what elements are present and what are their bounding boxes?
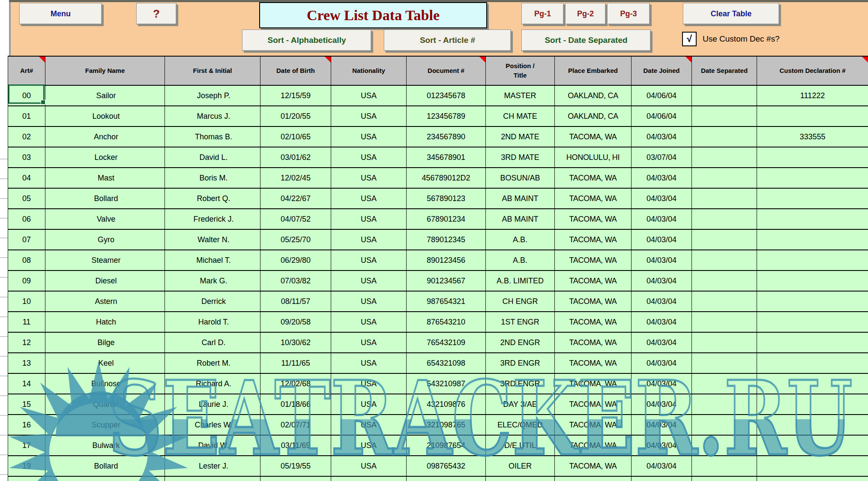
cell-family[interactable]: Gyro — [45, 229, 165, 250]
page-1-button[interactable]: Pg-1 — [521, 3, 564, 24]
cell-custom[interactable]: 333555 — [757, 126, 868, 147]
cell-first[interactable]: Carl D. — [165, 332, 260, 353]
cell-pos[interactable]: MASTER — [486, 85, 555, 106]
cell-first[interactable]: Boris M. — [165, 168, 260, 188]
cell-art[interactable]: 13 — [8, 353, 45, 373]
cell-custom[interactable] — [757, 332, 868, 353]
cell-sep[interactable] — [692, 188, 757, 209]
cell-place[interactable]: TACOMA, WA — [555, 126, 632, 147]
cell-dob[interactable]: 11/11/65 — [260, 353, 331, 373]
cell-dob[interactable]: 12/02/68 — [260, 373, 331, 394]
cell-pos[interactable]: A.B. — [486, 250, 555, 271]
cell-doc[interactable]: 456789012D2 — [407, 168, 486, 188]
cell-custom[interactable] — [757, 229, 868, 250]
cell-family[interactable]: Lookout — [45, 106, 165, 126]
cell-nat[interactable]: USA — [331, 209, 407, 229]
cell-pos[interactable]: ELEC/QMED — [486, 415, 555, 435]
cell-art[interactable]: 07 — [8, 229, 45, 250]
cell-custom[interactable] — [757, 415, 868, 435]
cell-sep[interactable] — [692, 332, 757, 353]
cell-joined[interactable]: 04/03/04 — [632, 229, 692, 250]
cell-art[interactable]: 00 — [8, 85, 45, 106]
cell-dob[interactable]: 07/03/82 — [260, 271, 331, 291]
cell-sep[interactable] — [692, 435, 757, 456]
cell-family[interactable]: Mast — [45, 168, 165, 188]
cell-family[interactable]: Quarter — [45, 394, 165, 415]
cell-first[interactable]: Joseph P. — [165, 85, 260, 106]
cell-art[interactable]: 14 — [8, 373, 45, 394]
cell-joined[interactable]: 04/03/04 — [632, 312, 692, 332]
cell-place[interactable]: TACOMA, WA — [555, 435, 632, 456]
cell-joined[interactable]: 04/03/04 — [632, 209, 692, 229]
cell-dob[interactable]: 04/22/67 — [260, 188, 331, 209]
cell-sep[interactable] — [692, 126, 757, 147]
cell-doc[interactable]: 987654321 — [407, 291, 486, 312]
cell-art[interactable]: 09 — [8, 271, 45, 291]
cell-family[interactable]: Astern — [45, 291, 165, 312]
cell-joined[interactable]: 04/03/04 — [632, 168, 692, 188]
cell-family[interactable]: Sailor — [45, 85, 165, 106]
cell-sep[interactable] — [692, 476, 757, 481]
column-header-nat[interactable]: Nationality — [331, 56, 407, 85]
cell-nat[interactable]: USA — [331, 353, 407, 373]
cell-place[interactable]: TACOMA, WA — [555, 271, 632, 291]
cell-place[interactable]: OAKLAND, CA — [555, 106, 632, 126]
page-3-button[interactable]: Pg-3 — [607, 3, 650, 24]
cell-art[interactable]: 02 — [8, 126, 45, 147]
cell-joined[interactable]: 04/03/04 — [632, 476, 692, 481]
cell-custom[interactable] — [757, 476, 868, 481]
cell-art[interactable]: 06 — [8, 209, 45, 229]
cell-first[interactable]: Laurie J. — [165, 394, 260, 415]
cell-first[interactable]: Harold T. — [165, 312, 260, 332]
cell-dob[interactable]: 04/07/52 — [260, 209, 331, 229]
cell-family[interactable]: Anchor — [45, 126, 165, 147]
cell-dob[interactable]: 05/19/55 — [260, 456, 331, 476]
cell-custom[interactable] — [757, 353, 868, 373]
cell-first[interactable]: Michael T. — [165, 250, 260, 271]
cell-pos[interactable]: BOSUN/AB — [486, 168, 555, 188]
cell-sep[interactable] — [692, 291, 757, 312]
cell-dob[interactable]: 06/29/80 — [260, 250, 331, 271]
cell-art[interactable]: 03 — [8, 147, 45, 168]
cell-sep[interactable] — [692, 415, 757, 435]
cell-joined[interactable]: 04/03/04 — [632, 126, 692, 147]
cell-first[interactable]: Marcus J. — [165, 106, 260, 126]
cell-joined[interactable]: 03/07/04 — [632, 147, 692, 168]
cell-sep[interactable] — [692, 168, 757, 188]
cell-dob[interactable]: 09/20/58 — [260, 312, 331, 332]
cell-first[interactable]: David L. — [165, 147, 260, 168]
cell-first[interactable]: Frederick J. — [165, 209, 260, 229]
sort-article-button[interactable]: Sort - Article # — [384, 30, 511, 51]
cell-pos[interactable]: 3RD ENGR — [486, 353, 555, 373]
cell-doc[interactable]: 567890123 — [407, 188, 486, 209]
cell-custom[interactable] — [757, 106, 868, 126]
column-header-joined[interactable]: Date Joined — [632, 56, 692, 85]
cell-custom[interactable] — [757, 271, 868, 291]
cell-family[interactable]: Valve — [45, 209, 165, 229]
cell-place[interactable]: TACOMA, WA — [555, 456, 632, 476]
cell-family[interactable]: Locker — [45, 147, 165, 168]
cell-dob[interactable]: 05/25/70 — [260, 229, 331, 250]
cell-joined[interactable]: 04/03/04 — [632, 456, 692, 476]
cell-pos[interactable]: AB MAINT — [486, 188, 555, 209]
cell-family[interactable]: Bilge — [45, 332, 165, 353]
cell-nat[interactable]: USA — [331, 373, 407, 394]
cell-doc[interactable]: 901234567 — [407, 271, 486, 291]
cell-pos[interactable]: CH MATE — [486, 106, 555, 126]
cell-nat[interactable]: USA — [331, 332, 407, 353]
cell-custom[interactable] — [757, 147, 868, 168]
cell-dob[interactable]: 03/01/62 — [260, 147, 331, 168]
cell-doc[interactable]: 234567890 — [407, 126, 486, 147]
cell-custom[interactable] — [757, 435, 868, 456]
column-header-pos[interactable]: Position / Title — [486, 56, 555, 85]
cell-pos[interactable]: OILER — [486, 456, 555, 476]
column-header-custom[interactable]: Custom Declaration # — [757, 56, 868, 85]
cell-place[interactable]: TACOMA, WA — [555, 291, 632, 312]
cell-custom[interactable] — [757, 291, 868, 312]
column-header-first[interactable]: First & Initial — [165, 56, 260, 85]
cell-first[interactable]: David W. — [165, 435, 260, 456]
cell-doc[interactable]: 098765432 — [407, 456, 486, 476]
cell-family[interactable]: Catwalk — [45, 476, 165, 481]
cell-sep[interactable] — [692, 106, 757, 126]
column-header-place[interactable]: Place Embarked — [555, 56, 632, 85]
